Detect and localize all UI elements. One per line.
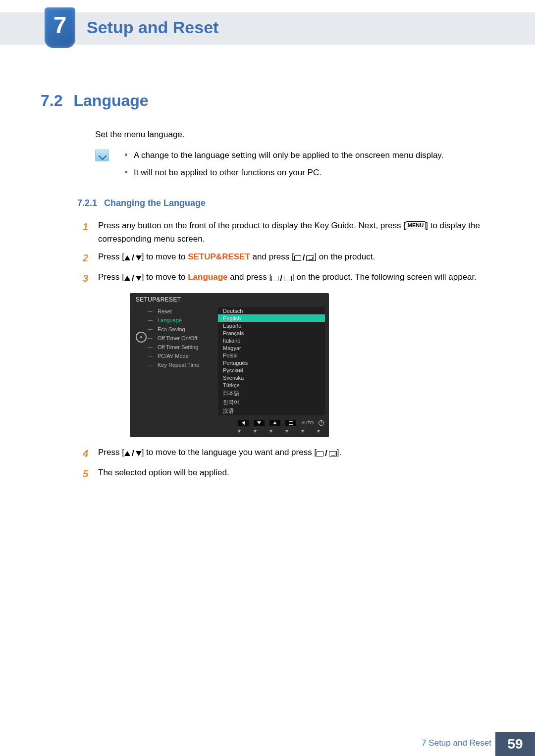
osd-language-item: Polski (218, 352, 325, 359)
osd-language-item: Français (218, 329, 325, 337)
osd-menu-item: Reset (154, 307, 216, 316)
caret-down-icon (317, 430, 320, 433)
up-down-icon: / (124, 252, 142, 264)
menu-key-icon: MENU (406, 221, 426, 229)
step-item: 5 The selected option will be applied. (79, 466, 494, 482)
osd-menu-item: Language (154, 316, 216, 325)
steps-list-cont: 4 Press [/] to move to the language you … (79, 446, 494, 482)
osd-language-item: Italiano (218, 337, 325, 344)
step-number: 4 (79, 446, 88, 461)
osd-menu-item: Key Repeat Time (154, 360, 216, 369)
step-number: 1 (79, 219, 88, 246)
step-item: 4 Press [/] to move to the language you … (79, 446, 494, 461)
note-item: A change to the language setting will on… (123, 149, 494, 162)
step-number: 2 (79, 251, 88, 266)
osd-footer-carets (130, 427, 329, 436)
up-down-icon: / (124, 447, 142, 460)
power-icon (319, 420, 324, 426)
caret-down-icon (301, 430, 304, 433)
caret-down-icon (254, 430, 257, 433)
page-content: 7.2 Language Set the menu language. A ch… (41, 92, 494, 487)
section-intro: Set the menu language. (95, 130, 494, 140)
osd-back-icon (238, 420, 249, 426)
note-list: A change to the language setting will on… (123, 149, 494, 183)
section-title: Language (73, 92, 148, 110)
target-bold: SETUP&RESET (188, 252, 250, 261)
step-text: Press [/] to move to the language you wa… (98, 446, 494, 461)
osd-menu-item: Eco Saving (154, 325, 216, 334)
section-number: 7.2 (41, 92, 62, 110)
osd-language-item: 汉语 (218, 406, 325, 415)
step-number: 3 (79, 271, 88, 286)
osd-screenshot: SETUP&RESET ResetLanguageEco SavingOff T… (130, 293, 494, 437)
osd-up-icon (269, 420, 280, 426)
osd-language-item: Svenska (218, 374, 325, 381)
caret-down-icon (269, 430, 272, 433)
osd-menu-item: Off Timer Setting (154, 343, 216, 352)
osd-left-pane: ResetLanguageEco SavingOff Timer On/OffO… (134, 307, 216, 415)
source-enter-icon: / (317, 447, 337, 460)
chapter-header (0, 12, 535, 45)
osd-language-item: English (218, 314, 325, 322)
source-enter-icon: / (271, 272, 292, 285)
page-footer: 7 Setup and Reset 59 (0, 732, 535, 756)
chapter-title: Setup and Reset (87, 18, 218, 37)
step-text: Press [/] to move to Language and press … (98, 271, 494, 286)
step-number: 5 (79, 466, 88, 482)
step-text: Press any button on the front of the pro… (98, 219, 494, 246)
osd-footer-icons: AUTO (130, 418, 329, 427)
note-item: It will not be applied to other function… (123, 166, 494, 179)
osd-language-item: 日本語 (218, 389, 325, 398)
osd-language-item: Español (218, 322, 325, 329)
caret-down-icon (285, 430, 288, 433)
chapter-badge: 7 (45, 7, 75, 48)
gear-icon (136, 332, 147, 343)
osd-language-item: Português (218, 359, 325, 366)
source-enter-icon: / (294, 252, 315, 264)
osd-menu-list: ResetLanguageEco SavingOff Timer On/OffO… (154, 307, 216, 369)
note-block: A change to the language setting will on… (95, 149, 494, 183)
step-text: The selected option will be applied. (98, 466, 494, 482)
osd-right-pane: DeutschEnglishEspañolFrançaisItalianoMag… (218, 307, 325, 415)
step-text: Press [/] to move to SETUP&RESET and pre… (98, 251, 494, 266)
step-item: 3 Press [/] to move to Language and pres… (79, 271, 494, 286)
osd-enter-icon (285, 420, 296, 426)
step-item: 1 Press any button on the front of the p… (79, 219, 494, 246)
chapter-number: 7 (54, 11, 67, 39)
osd-panel: SETUP&RESET ResetLanguageEco SavingOff T… (130, 293, 329, 437)
osd-language-item: Magyar (218, 344, 325, 352)
page-number-badge: 59 (495, 732, 535, 756)
osd-down-icon (254, 420, 265, 426)
osd-language-item: Русский (218, 366, 325, 374)
osd-menu-item: Off Timer On/Off (154, 334, 216, 343)
osd-auto-label: AUTO (301, 420, 314, 425)
subsection-heading: 7.2.1 Changing the Language (77, 198, 494, 208)
up-down-icon: / (124, 272, 142, 285)
section-heading: 7.2 Language (41, 92, 494, 110)
osd-language-item: Deutsch (218, 307, 325, 314)
footer-breadcrumb: 7 Setup and Reset (422, 738, 491, 748)
subsection-number: 7.2.1 (77, 198, 97, 208)
steps-list: 1 Press any button on the front of the p… (79, 219, 494, 286)
osd-menu-item: PC/AV Mode (154, 352, 216, 360)
osd-body: ResetLanguageEco SavingOff Timer On/OffO… (130, 307, 329, 418)
osd-title: SETUP&RESET (130, 293, 329, 307)
subsection-title: Changing the Language (104, 198, 206, 208)
step-item: 2 Press [/] to move to SETUP&RESET and p… (79, 251, 494, 266)
osd-language-item: Türkçe (218, 381, 325, 389)
target-bold: Language (188, 272, 227, 282)
osd-language-list: DeutschEnglishEspañolFrançaisItalianoMag… (218, 307, 325, 415)
osd-language-item: 한국어 (218, 398, 325, 406)
note-icon (95, 150, 109, 161)
caret-down-icon (238, 430, 241, 433)
